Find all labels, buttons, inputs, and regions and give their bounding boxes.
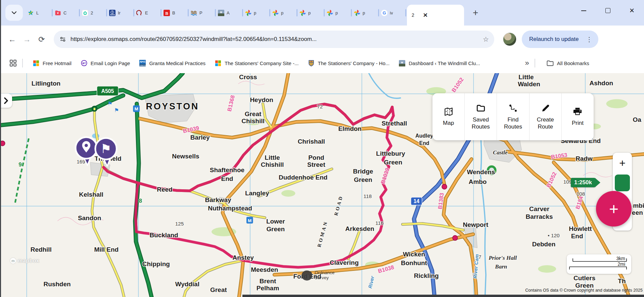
map-scale-badge: 1:250k xyxy=(571,178,600,187)
bt-icon: BT xyxy=(81,60,87,66)
contour-line xyxy=(583,172,612,177)
map-label: Nuthampstead xyxy=(208,205,252,212)
tab-divider xyxy=(296,9,297,16)
close-tab-icon[interactable]: ✕ xyxy=(423,12,428,19)
map-button[interactable]: Map xyxy=(432,93,464,140)
map-label: Audley xyxy=(415,133,433,139)
map-label: Great xyxy=(210,286,227,293)
windmill-photo-icon xyxy=(399,60,405,66)
tab[interactable]: p xyxy=(244,6,269,19)
gphotos-icon xyxy=(272,10,279,16)
svg-text:♥: ♥ xyxy=(57,11,59,15)
tab-label: iv xyxy=(390,10,393,15)
create-route-button[interactable]: Create Route xyxy=(529,93,561,140)
tab[interactable]: P xyxy=(189,6,214,19)
address-bar[interactable]: https://explore.osmaps.com/route/2607059… xyxy=(54,31,494,48)
forward-button[interactable]: → xyxy=(19,32,34,47)
maximize-button[interactable] xyxy=(596,0,620,21)
route-point-marker[interactable] xyxy=(453,236,458,241)
map-area[interactable]: A50514MMM⚑⚑ROYSTONLitlingtonCrossHeydonG… xyxy=(0,73,644,297)
zoom-in-button[interactable]: + xyxy=(613,155,632,171)
more-bookmarks-chevron[interactable]: » xyxy=(525,59,529,67)
profile-avatar[interactable] xyxy=(503,33,516,46)
find-routes-label: Find Routes xyxy=(498,116,528,130)
map-label: 8 xyxy=(139,197,142,204)
map-label: Clavering xyxy=(330,259,359,266)
map-label: Duddenhoe End xyxy=(279,174,327,181)
zoom-level-indicator[interactable] xyxy=(615,175,630,191)
tab[interactable]: L xyxy=(26,6,51,19)
relaunch-to-update-button[interactable]: Relaunch to update ⋮ xyxy=(522,31,598,48)
bookmark-item[interactable]: BTEmail Login Page xyxy=(76,60,135,66)
tab[interactable]: ♥C xyxy=(53,6,78,19)
bookmark-label: Free Hotmail xyxy=(43,60,72,66)
tab[interactable]: p xyxy=(353,6,377,19)
map-label: Howlett xyxy=(569,225,592,232)
route-point-marker[interactable] xyxy=(442,184,447,189)
sidebar-expander-button[interactable] xyxy=(0,94,12,108)
tab[interactable]: p xyxy=(298,6,323,19)
tab[interactable]: A xyxy=(217,6,241,19)
new-tab-button[interactable]: + xyxy=(473,7,478,18)
tab-label: p xyxy=(308,10,311,15)
os-logo-line2: Survey xyxy=(315,276,334,281)
tab[interactable]: p xyxy=(271,6,296,19)
map-label: Elmdon xyxy=(338,125,361,132)
map-label: Pelham xyxy=(257,285,279,292)
add-route-fab[interactable]: + xyxy=(596,191,632,227)
reload-button[interactable]: ⟳ xyxy=(34,32,49,47)
map-label: Ambo xyxy=(469,178,487,185)
map-label: Redhill xyxy=(31,246,52,253)
map-label: 125 xyxy=(175,221,184,227)
tab-label: P xyxy=(199,10,202,15)
tab-label: p xyxy=(335,10,338,15)
map-label: ROYSTON xyxy=(146,101,199,111)
map-label: 116 xyxy=(375,220,383,226)
tab[interactable]: 2 xyxy=(81,6,105,19)
back-button[interactable]: ← xyxy=(5,32,19,47)
bookmark-item[interactable]: Dashboard ‹ The Windmill Clu... xyxy=(394,60,485,66)
bookmark-item[interactable]: The Stationers' Company - Ho... xyxy=(303,60,394,66)
tab[interactable]: BB xyxy=(162,6,187,19)
map-label: B1052 xyxy=(450,76,465,93)
tab-search-button[interactable] xyxy=(5,5,23,21)
print-button[interactable]: Print xyxy=(561,93,594,140)
ms-icon xyxy=(215,60,221,66)
map-label: Green xyxy=(354,176,372,183)
bookmark-item[interactable]: Free Hotmail xyxy=(28,60,76,66)
road xyxy=(259,169,332,196)
map-label: Barkway xyxy=(205,196,231,203)
tab-label: C xyxy=(63,10,66,15)
site-info-icon[interactable] xyxy=(59,36,66,43)
bookmark-star-icon[interactable]: ☆ xyxy=(483,35,489,43)
map-toolbar: Map Saved Routes Find Routes Create Rout… xyxy=(432,93,594,140)
browser-menu-icon[interactable]: ⋮ xyxy=(583,36,595,43)
road-badge-label: A505 xyxy=(101,88,114,94)
map-label: mbi xyxy=(633,202,644,209)
map-label: 9 xyxy=(18,161,22,168)
bookmark-items: Free HotmailBTEmail Login PageNHSGRANTAG… xyxy=(28,60,485,66)
map-label: End xyxy=(419,140,429,146)
all-bookmarks-button[interactable]: All Bookmarks xyxy=(547,60,589,66)
map-label: Chishill xyxy=(241,117,264,125)
bookmark-item[interactable]: NHSGRANTAGranta Medical Practices xyxy=(135,60,210,66)
os-logo-line1: Ordnance xyxy=(315,270,334,276)
close-window-button[interactable]: ✕ xyxy=(620,0,644,21)
tab[interactable]: E xyxy=(135,6,160,19)
find-routes-button[interactable]: Find Routes xyxy=(497,93,529,140)
tab[interactable]: ADASIr xyxy=(108,6,133,19)
url-text[interactable]: https://explore.osmaps.com/route/2607059… xyxy=(71,36,479,43)
mapbox-logo[interactable]: m mapbox xyxy=(10,258,39,264)
minimize-button[interactable] xyxy=(571,0,596,21)
tab-divider xyxy=(324,9,325,16)
tab[interactable]: p xyxy=(325,6,350,19)
tab[interactable]: Giv xyxy=(380,6,405,19)
map-label: Carver xyxy=(529,205,550,212)
bookmark-label: Email Login Page xyxy=(91,60,130,66)
active-tab[interactable]: 2 ✕ xyxy=(407,5,464,26)
waves-icon xyxy=(191,10,197,16)
apps-grid-icon[interactable] xyxy=(9,59,17,67)
road xyxy=(190,104,353,191)
saved-routes-button[interactable]: Saved Routes xyxy=(464,93,497,140)
bookmark-item[interactable]: The Stationers' Company Site -... xyxy=(210,60,303,66)
